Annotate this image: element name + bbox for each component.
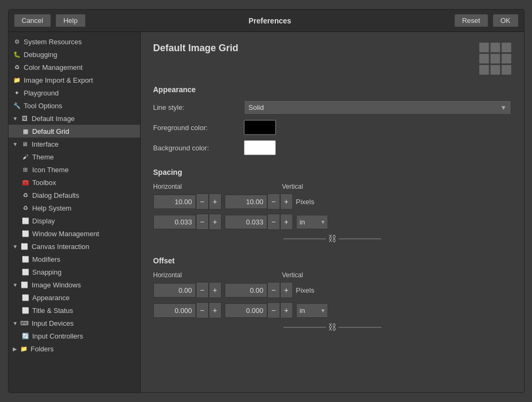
foreground-color-button[interactable]	[244, 120, 276, 135]
default-grid-icon: ▦	[21, 127, 30, 135]
offset-h-unit-input[interactable]	[153, 303, 196, 318]
spacing-unit-select[interactable]: in px mm	[296, 215, 328, 229]
offset-h-unit-increment[interactable]: +	[209, 302, 222, 318]
offset-h-pixels-decrement[interactable]: −	[196, 282, 209, 298]
line-style-label: Line style:	[153, 103, 239, 111]
sidebar-item-snapping[interactable]: ⬜ Snapping	[9, 266, 140, 278]
ok-button[interactable]: OK	[493, 14, 519, 27]
sidebar-item-input-devices[interactable]: ▼ ⌨ Input Devices	[9, 317, 140, 329]
offset-h-unit-decrement[interactable]: −	[196, 302, 209, 318]
spacing-h-pixels-decrement[interactable]: −	[196, 194, 209, 210]
modifiers-icon: ⬜	[21, 255, 30, 263]
line-style-select-wrapper: Solid Dashed Dotted ▼	[244, 100, 511, 115]
help-button[interactable]: Help	[55, 14, 86, 27]
sidebar-item-icon-theme[interactable]: ⊞ Icon Theme	[9, 163, 140, 176]
theme-icon: 🖌	[21, 152, 30, 161]
spacing-h-pixels-increment[interactable]: +	[209, 194, 222, 210]
offset-vertical-header: Vertical	[282, 271, 325, 279]
sidebar-item-folders[interactable]: ▶ 📁 Folders	[9, 342, 140, 355]
offset-link-chain-icon[interactable]: ⛓	[328, 323, 337, 332]
link-chain-icon[interactable]: ⛓	[328, 234, 337, 244]
sidebar-item-default-image[interactable]: ▼ 🖼 Default Image	[9, 112, 140, 125]
sidebar-item-label: Display	[32, 217, 55, 225]
offset-v-pixels-increment[interactable]: +	[280, 282, 293, 298]
spacing-v-pixels-input[interactable]	[225, 195, 267, 209]
sidebar-item-tool-options[interactable]: 🔧 Tool Options	[9, 99, 140, 112]
canvas-interaction-icon: ⬜	[20, 242, 29, 251]
sidebar-item-appearance[interactable]: ⬜ Appearance	[9, 291, 140, 304]
spacing-pixels-label: Pixels	[296, 198, 317, 206]
spacing-h-pixels-group: − +	[153, 194, 222, 210]
grid-cell	[479, 43, 489, 52]
offset-h-unit-group: − +	[153, 302, 222, 318]
sidebar-item-label: Window Management	[32, 230, 100, 238]
sidebar-item-playground[interactable]: ✦ Playground	[9, 86, 140, 99]
sidebar-item-theme[interactable]: 🖌 Theme	[9, 150, 140, 163]
spacing-v-pixels-increment[interactable]: +	[280, 194, 293, 210]
dialog-defaults-icon: ♻	[21, 191, 30, 199]
background-color-row: Background color:	[153, 140, 511, 155]
offset-h-pixels-input[interactable]	[153, 283, 196, 298]
sidebar-item-help-system[interactable]: ♻ Help System	[9, 202, 140, 214]
page-title: Default Image Grid	[153, 43, 239, 54]
sidebar-item-label: Folders	[31, 345, 54, 353]
line-style-row: Line style: Solid Dashed Dotted ▼	[153, 100, 511, 115]
sidebar-item-input-controllers[interactable]: 🔄 Input Controllers	[9, 329, 140, 342]
offset-v-pixels-input[interactable]	[225, 283, 267, 298]
grid-cell	[502, 65, 511, 75]
sidebar-item-image-import-export[interactable]: 📁 Image Import & Export	[9, 74, 140, 86]
spacing-v-unit-input[interactable]	[225, 215, 267, 229]
offset-unit-select[interactable]: in px mm	[296, 303, 328, 318]
spacing-h-unit-input[interactable]	[153, 215, 196, 229]
sidebar-item-system-resources[interactable]: ⚙ System Resources	[9, 35, 140, 48]
sidebar: ⚙ System Resources 🐛 Debugging ♻ Color M…	[9, 32, 141, 392]
sidebar-item-window-management[interactable]: ⬜ Window Management	[9, 227, 140, 240]
offset-v-pixels-decrement[interactable]: −	[267, 282, 280, 298]
appearance-section-title: Appearance	[153, 85, 511, 94]
system-resources-icon: ⚙	[13, 37, 21, 46]
image-windows-icon: ⬜	[20, 280, 29, 289]
titlebar-right: Reset OK	[454, 14, 519, 27]
spacing-unit-wrapper: in px mm ▼	[296, 215, 328, 229]
reset-button[interactable]: Reset	[454, 14, 488, 27]
offset-v-unit-input[interactable]	[225, 303, 267, 318]
line-style-select[interactable]: Solid Dashed Dotted	[244, 100, 511, 115]
spacing-v-pixels-decrement[interactable]: −	[267, 194, 280, 210]
sidebar-item-label: Debugging	[24, 51, 58, 59]
appearance-section: Appearance Line style: Solid Dashed Dott…	[153, 85, 511, 155]
folders-icon: 📁	[20, 344, 28, 353]
offset-v-unit-increment[interactable]: +	[280, 302, 293, 318]
sidebar-item-label: Title & Status	[32, 307, 73, 315]
sidebar-item-title-status[interactable]: ⬜ Title & Status	[9, 304, 140, 317]
grid-cell	[479, 65, 489, 75]
sidebar-item-label: Appearance	[32, 294, 70, 302]
spacing-v-unit-increment[interactable]: +	[280, 214, 293, 230]
grid-cell	[502, 54, 511, 63]
color-management-icon: ♻	[13, 63, 21, 71]
offset-unit-row: − + − + in px mm ▼	[153, 302, 511, 318]
spacing-h-unit-increment[interactable]: +	[209, 214, 222, 230]
sidebar-item-modifiers[interactable]: ⬜ Modifiers	[9, 253, 140, 266]
sidebar-item-label: Tool Options	[24, 102, 62, 110]
sidebar-item-image-windows[interactable]: ▼ ⬜ Image Windows	[9, 278, 140, 291]
sidebar-item-label: Input Controllers	[32, 332, 83, 340]
sidebar-item-display[interactable]: ⬜ Display	[9, 214, 140, 227]
sidebar-item-label: Input Devices	[31, 319, 73, 327]
sidebar-item-dialog-defaults[interactable]: ♻ Dialog Defaults	[9, 189, 140, 202]
offset-link-row: ⛓	[153, 323, 511, 332]
cancel-button[interactable]: Cancel	[14, 14, 51, 27]
sidebar-item-interface[interactable]: ▼ 🖥 Interface	[9, 138, 140, 150]
sidebar-item-default-grid[interactable]: ▦ Default Grid	[9, 125, 140, 138]
sidebar-item-label: Image Import & Export	[24, 76, 93, 84]
background-color-button[interactable]	[244, 140, 276, 155]
sidebar-item-debugging[interactable]: 🐛 Debugging	[9, 48, 140, 61]
sidebar-item-label: Default Grid	[32, 127, 69, 135]
sidebar-item-color-management[interactable]: ♻ Color Management	[9, 61, 140, 74]
spacing-h-pixels-input[interactable]	[153, 195, 196, 209]
spacing-h-unit-decrement[interactable]: −	[196, 214, 209, 230]
offset-v-unit-decrement[interactable]: −	[267, 302, 280, 318]
sidebar-item-canvas-interaction[interactable]: ▼ ⬜ Canvas Interaction	[9, 240, 140, 253]
offset-h-pixels-increment[interactable]: +	[209, 282, 222, 298]
spacing-v-unit-decrement[interactable]: −	[267, 214, 280, 230]
sidebar-item-toolbox[interactable]: 🧰 Toolbox	[9, 176, 140, 189]
